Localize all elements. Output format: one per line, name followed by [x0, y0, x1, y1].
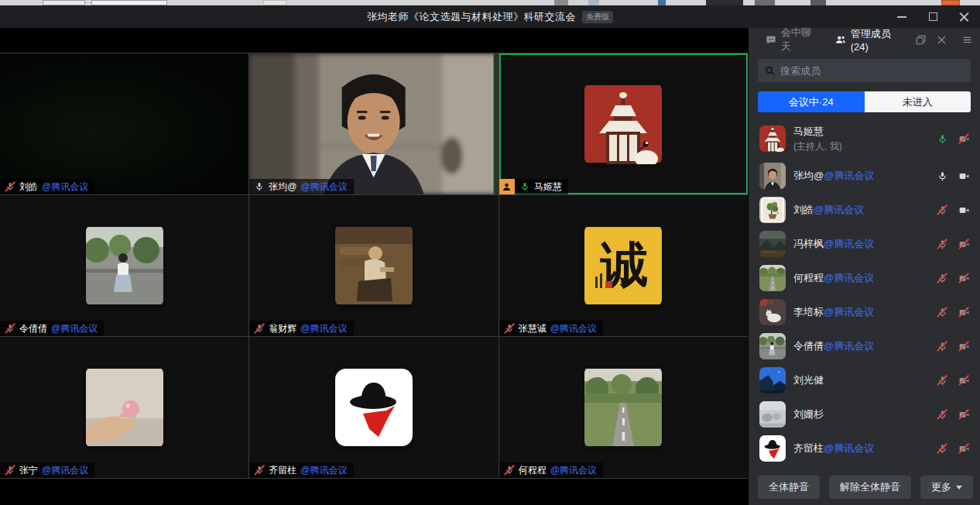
video-tile[interactable]: 齐留柱 @腾讯会议	[249, 337, 498, 478]
tile-label: 翁财辉 @腾讯会议	[249, 321, 353, 336]
avatar-dark-landscape	[759, 231, 786, 257]
tab-in-meeting-count[interactable]: 会议中·24	[758, 91, 865, 112]
mic-muted-icon[interactable]	[937, 341, 947, 352]
member-row[interactable]: 冯梓枫@腾讯会议	[749, 227, 980, 261]
video-feed-man	[249, 53, 498, 194]
panel-footer: 全体静音 解除全体静音 更多	[749, 469, 980, 505]
avatar-road-trees	[584, 367, 662, 448]
minimize-button[interactable]	[896, 12, 907, 22]
video-tile[interactable]: 翁财辉 @腾讯会议	[249, 195, 498, 336]
video-tile[interactable]: 张慧诚 @腾讯会议	[499, 195, 748, 336]
video-tile[interactable]: 令倩倩 @腾讯会议	[0, 195, 248, 336]
camera-off-icon[interactable]	[958, 273, 969, 283]
video-tile[interactable]: 何程程 @腾讯会议	[499, 337, 748, 478]
avatar-pagoda-red-lantern	[759, 125, 786, 152]
tile-label: 马姬慧	[499, 179, 568, 194]
member-row[interactable]: 张均@@腾讯会议	[749, 159, 980, 193]
video-tile[interactable]: 刘皓 @腾讯会议	[0, 53, 248, 194]
meeting-title: 张均老师《论文选题与材料处理》科研交流会	[367, 10, 576, 24]
close-button[interactable]	[958, 12, 969, 22]
member-suffix: @腾讯会议	[824, 306, 874, 318]
mic-muted-icon	[254, 465, 265, 476]
camera-off-icon[interactable]	[958, 239, 969, 249]
member-row[interactable]: 齐留柱@腾讯会议	[749, 431, 980, 465]
camera-on-icon[interactable]	[958, 170, 969, 181]
camera-off-icon[interactable]	[958, 443, 969, 454]
popout-icon	[916, 35, 926, 45]
avatar-foggy-gray	[759, 401, 786, 428]
tile-label: 齐留柱 @腾讯会议	[249, 462, 353, 478]
participant-suffix: @腾讯会议	[42, 180, 88, 194]
participant-name: 翁财辉	[269, 322, 296, 335]
more-label: 更多	[931, 480, 951, 494]
background-window-fragment	[658, 0, 666, 5]
close-icon	[937, 35, 947, 45]
avatar-hat-bandana	[759, 435, 786, 462]
search-icon	[765, 65, 775, 76]
camera-off-icon[interactable]	[958, 375, 969, 386]
avatar-plant-frame	[759, 197, 786, 223]
member-row[interactable]: 令倩倩@腾讯会议	[749, 329, 980, 363]
tab-manage-members[interactable]: 管理成员(24)	[829, 28, 910, 51]
member-row[interactable]: 李培标@腾讯会议	[749, 295, 980, 329]
video-tile[interactable]: 张均@ @腾讯会议	[249, 53, 498, 194]
avatar-cat-photo	[759, 299, 786, 325]
camera-off-icon[interactable]	[958, 307, 969, 318]
mic-muted-icon[interactable]	[937, 409, 947, 420]
mic-muted-icon	[504, 323, 515, 334]
search-input[interactable]	[780, 65, 964, 77]
close-panel-button[interactable]	[936, 34, 947, 45]
member-name: 刘皓	[793, 204, 814, 215]
tile-label: 张均@ @腾讯会议	[249, 179, 353, 194]
background-window-fragment	[91, 0, 167, 5]
mute-all-button[interactable]: 全体静音	[758, 476, 820, 499]
tab-in-meeting-chat[interactable]: 会中聊天	[759, 28, 824, 51]
members-tab-label: 管理成员(24)	[851, 27, 904, 53]
video-tile-active-speaker[interactable]: 马姬慧	[499, 53, 748, 194]
participant-name: 张宁	[19, 464, 38, 477]
member-row[interactable]: 刘光健	[749, 363, 980, 397]
member-suffix: @腾讯会议	[824, 170, 874, 181]
member-row[interactable]: 刘皓@腾讯会议	[749, 193, 980, 227]
tile-label: 张宁 @腾讯会议	[0, 462, 94, 478]
free-version-badge: 免费版	[582, 11, 613, 23]
chat-bubble-icon	[766, 34, 776, 46]
member-role: (主持人, 我)	[793, 140, 926, 153]
tab-not-joined[interactable]: 未进入	[865, 91, 971, 112]
member-name: 何程程	[793, 272, 824, 283]
mic-muted-icon	[5, 465, 15, 476]
mic-on-icon[interactable]	[937, 170, 947, 181]
avatar-pagoda-red-lantern	[584, 84, 662, 164]
unmute-all-button[interactable]: 解除全体静音	[829, 476, 911, 499]
mic-muted-icon[interactable]	[937, 375, 947, 386]
camera-on-icon[interactable]	[958, 204, 969, 215]
avatar-calligraphy-cheng	[584, 225, 662, 306]
mic-muted-icon[interactable]	[937, 443, 947, 454]
mic-active-icon[interactable]	[937, 133, 947, 144]
mic-muted-icon[interactable]	[937, 239, 947, 249]
background-window-fragment	[554, 0, 568, 5]
background-window-fragment	[43, 0, 85, 5]
video-tile[interactable]: 张宁 @腾讯会议	[0, 337, 248, 478]
background-window-fragment	[706, 0, 743, 5]
mic-muted-icon[interactable]	[937, 273, 947, 283]
more-button[interactable]: 更多	[920, 476, 973, 499]
avatar-sitting-man	[335, 225, 413, 306]
camera-off-icon[interactable]	[958, 133, 969, 144]
camera-off-icon[interactable]	[958, 341, 969, 352]
member-name: 李培标	[793, 306, 824, 318]
mic-muted-icon[interactable]	[937, 307, 947, 318]
panel-menu-button[interactable]	[961, 34, 972, 45]
member-name: 令倩倩	[793, 340, 824, 352]
maximize-button[interactable]	[927, 12, 938, 22]
member-row[interactable]: 何程程@腾讯会议	[749, 261, 980, 295]
popout-panel-button[interactable]	[915, 34, 926, 45]
camera-off-icon[interactable]	[958, 409, 969, 420]
member-row[interactable]: 马姬慧 (主持人, 我)	[749, 119, 980, 159]
avatar-road-trees	[759, 265, 786, 291]
participant-name: 齐留柱	[269, 464, 296, 477]
member-row[interactable]: 刘姗杉	[749, 397, 980, 431]
search-box[interactable]	[758, 59, 971, 82]
member-suffix: @腾讯会议	[824, 238, 874, 249]
mic-muted-icon[interactable]	[937, 204, 947, 215]
